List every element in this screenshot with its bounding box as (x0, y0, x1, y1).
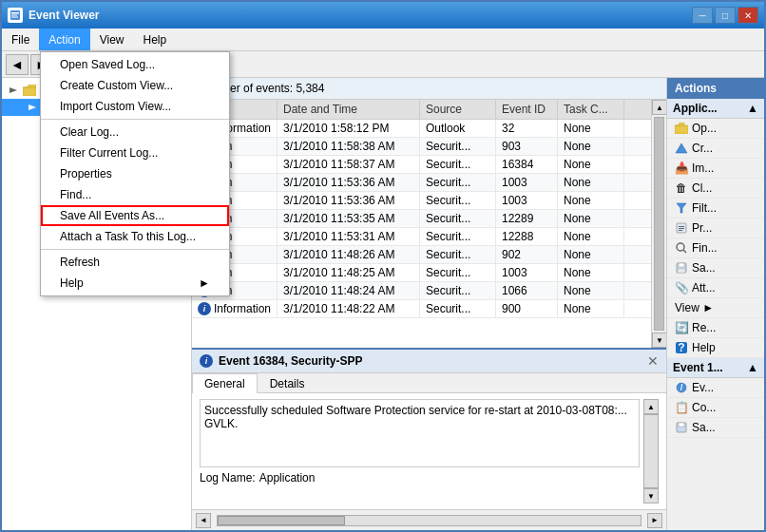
action-filter-label: Filt... (692, 201, 717, 215)
cell-taskcat: None (558, 210, 624, 227)
actions-section-event: Event 1... ▲ (667, 358, 764, 378)
menu-bar: File Action View Help Open Saved Log... … (2, 28, 764, 51)
table-row[interactable]: ition 3/1/2010 11:53:36 AM Securit... 10… (192, 174, 651, 192)
table-row[interactable]: ition 3/1/2010 11:53:35 AM Securit... 12… (192, 210, 651, 228)
tab-general[interactable]: General (192, 373, 258, 393)
detail-scroll-down[interactable]: ▼ (643, 488, 659, 504)
svg-text:i: i (680, 382, 683, 393)
table-row[interactable]: ition 3/1/2010 11:53:36 AM Securit... 10… (192, 192, 651, 210)
action-help-label: Help (692, 341, 716, 354)
table-row[interactable]: iInformation 3/1/2010 1:58:12 PM Outlook… (192, 120, 651, 138)
menu-help[interactable]: Help (134, 28, 177, 50)
table-scrollbar[interactable]: ▲ ▼ (651, 100, 666, 348)
table-row[interactable]: ition 3/1/2010 11:53:31 AM Securit... 12… (192, 228, 651, 246)
detail-scroll-thumb[interactable] (643, 414, 659, 488)
find-icon (675, 241, 688, 255)
cell-date: 3/1/2010 11:58:38 AM (278, 138, 420, 155)
action-item-filter[interactable]: Filt... (667, 199, 764, 218)
minimize-button[interactable]: ─ (692, 7, 713, 24)
cell-source: Securit... (420, 264, 496, 281)
action-item-find[interactable]: Fin... (667, 238, 764, 258)
menu-clear-log[interactable]: Clear Log... (41, 122, 229, 142)
menu-view[interactable]: View (90, 28, 134, 50)
cell-date: 3/1/2010 1:58:12 PM (278, 120, 420, 137)
scroll-up-button[interactable]: ▲ (652, 100, 666, 115)
cell-eventid: 32 (496, 120, 558, 137)
action-item-view[interactable]: View ► (667, 298, 764, 318)
cell-taskcat: None (558, 120, 624, 137)
detail-close-button[interactable]: ✕ (647, 353, 659, 369)
h-scroll-track[interactable] (217, 515, 642, 526)
detail-title: Event 16384, Security-SPP (219, 354, 362, 368)
detail-panel-header: i Event 16384, Security-SPP ✕ (192, 350, 666, 373)
detail-info-icon: i (200, 354, 213, 368)
cell-taskcat: None (558, 138, 624, 155)
actions-section-event-collapse-icon[interactable]: ▲ (747, 361, 758, 374)
action-save-label: Sa... (692, 261, 716, 275)
action-view-label: View ► (675, 301, 714, 314)
svg-marker-15 (675, 123, 684, 125)
h-scroll-left-button[interactable]: ◄ (196, 513, 211, 528)
cell-date: 3/1/2010 11:53:36 AM (278, 174, 420, 191)
menu-file[interactable]: File (2, 28, 39, 50)
menu-open-saved-log[interactable]: Open Saved Log... (41, 54, 229, 75)
action-item-import[interactable]: 📥 Im... (667, 159, 764, 179)
menu-properties[interactable]: Properties (41, 163, 229, 184)
cell-taskcat: None (558, 174, 624, 191)
table-row[interactable]: ition 3/1/2010 11:48:24 AM Securit... 10… (192, 282, 651, 300)
action-item-properties[interactable]: Pr... (667, 218, 764, 238)
events-count-header: Number of events: 5,384 (192, 78, 666, 100)
menu-save-all-events[interactable]: Save All Events As... (41, 205, 229, 226)
cell-eventid: 16384 (496, 156, 558, 173)
action-item-save[interactable]: Sa... (667, 258, 764, 278)
tab-details[interactable]: Details (258, 373, 317, 393)
menu-attach-task[interactable]: Attach a Task To this Log... (41, 226, 229, 247)
table-row[interactable]: ition 3/1/2010 11:58:37 AM Securit... 16… (192, 156, 651, 174)
svg-rect-1 (11, 12, 19, 14)
app-icon (8, 8, 23, 23)
back-button[interactable]: ◄ (6, 54, 29, 75)
svg-rect-19 (679, 226, 684, 227)
svg-rect-20 (679, 228, 684, 229)
action-item-create[interactable]: Cr... (667, 139, 764, 159)
table-row[interactable]: iInformation 3/1/2010 11:48:22 AM Securi… (192, 300, 651, 318)
table-row[interactable]: ition 3/1/2010 11:58:38 AM Securit... 90… (192, 138, 651, 156)
action-item-attach[interactable]: 📎 Att... (667, 278, 764, 298)
h-scroll-right-button[interactable]: ► (647, 513, 662, 528)
menu-create-custom-view[interactable]: Create Custom View... (41, 75, 229, 96)
action-props-label: Pr... (692, 221, 712, 235)
action-item-copy[interactable]: 📋 Co... (667, 398, 764, 418)
clear-icon: 🗑 (675, 181, 688, 195)
menu-filter-current-log[interactable]: Filter Current Log... (41, 142, 229, 163)
close-button[interactable]: ✕ (737, 7, 758, 24)
menu-find[interactable]: Find... (41, 184, 229, 205)
action-item-ev[interactable]: i Ev... (667, 378, 764, 398)
scroll-thumb[interactable] (654, 117, 664, 331)
action-dropdown-menu: Open Saved Log... Create Custom View... … (40, 51, 230, 296)
cell-source: Securit... (420, 228, 496, 245)
action-item-refresh[interactable]: 🔄 Re... (667, 318, 764, 338)
save-icon (675, 261, 688, 275)
svg-marker-11 (29, 104, 36, 110)
actions-section-event-label: Event 1... (673, 361, 723, 374)
detail-scroll-up[interactable]: ▲ (643, 399, 659, 414)
menu-action[interactable]: Action (39, 28, 89, 50)
menu-refresh[interactable]: Refresh (41, 252, 229, 273)
cell-source: Securit... (420, 300, 496, 317)
menu-import-custom-view[interactable]: Import Custom View... (41, 96, 229, 117)
col-date: Date and Time (278, 100, 420, 119)
table-row[interactable]: ition 3/1/2010 11:48:25 AM Securit... 10… (192, 264, 651, 282)
action-item-clear[interactable]: 🗑 Cl... (667, 179, 764, 199)
action-item-open[interactable]: Op... (667, 119, 764, 139)
action-item-save2[interactable]: Sa... (667, 418, 764, 438)
table-row[interactable]: ition 3/1/2010 11:48:26 AM Securit... 90… (192, 246, 651, 264)
scroll-down-button[interactable]: ▼ (652, 332, 666, 348)
action-item-help[interactable]: ? Help (667, 338, 764, 358)
h-scroll-thumb[interactable] (218, 516, 345, 525)
maximize-button[interactable]: □ (715, 7, 736, 24)
menu-help-item[interactable]: Help ► (41, 273, 229, 294)
detail-scrollbar[interactable]: ▲ ▼ (643, 399, 659, 504)
detail-panel: i Event 16384, Security-SPP ✕ General De… (192, 348, 666, 509)
detail-text: Successfully scheduled Software Protecti… (200, 399, 640, 504)
actions-section-collapse-icon[interactable]: ▲ (747, 102, 758, 115)
